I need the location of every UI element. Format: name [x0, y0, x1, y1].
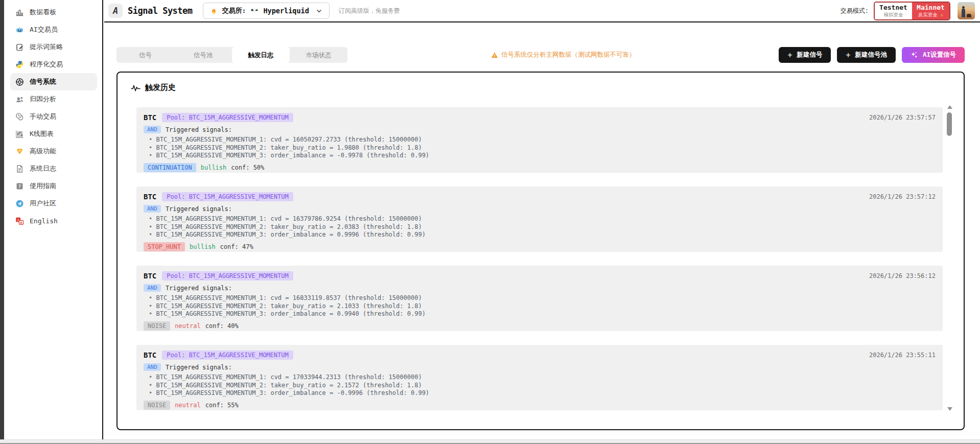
mainnet-button[interactable]: Mainnet 真实资金 ⚠ — [912, 3, 949, 19]
sidebar-item-system-logs[interactable]: 系统日志 — [10, 160, 97, 177]
signal-line: BTC_15M_AGGRESSIVE_MOMENTUM_1: cvd = 163… — [144, 215, 936, 223]
new-signal-button[interactable]: + 新建信号 — [779, 47, 831, 63]
sidebar-item-programmatic-trading[interactable]: 程序化交易 — [10, 56, 97, 73]
network-mode-toggle: Testnet 模拟资金 Mainnet 真实资金 ⚠ — [874, 2, 950, 20]
sidebar-item-dashboard[interactable]: 数据看板 — [10, 4, 97, 21]
sidebar-item-label: 高级功能 — [30, 147, 56, 156]
sidebar-item-english[interactable]: 文A English — [10, 212, 97, 229]
testnet-subtitle: 模拟资金 — [884, 12, 903, 18]
trigger-card: BTC Pool: BTC_15M_AGGRESSIVE_MOMENTUM 20… — [136, 107, 943, 173]
sidebar-item-signal-system[interactable]: 信号系统 — [10, 73, 97, 90]
svg-text:?: ? — [18, 184, 21, 189]
new-signal-label: 新建信号 — [797, 51, 822, 59]
symbol-label: BTC — [144, 272, 156, 280]
classification-badge: NOISE — [144, 401, 170, 410]
pool-badge: Pool: BTC_15M_AGGRESSIVE_MOMENTUM — [162, 192, 293, 201]
trigger-card: BTC Pool: BTC_15M_AGGRESSIVE_MOMENTUM 20… — [136, 345, 943, 410]
robot-icon — [15, 26, 24, 34]
avatar-person-figure — [962, 9, 965, 17]
exchange-selector[interactable]: 交易所: Hyperliquid — [203, 3, 330, 19]
vertical-scrollbar[interactable] — [946, 105, 953, 411]
plus-icon: + — [846, 51, 850, 60]
trigger-card: BTC Pool: BTC_15M_AGGRESSIVE_MOMENTUM 20… — [136, 266, 943, 331]
signal-line: BTC_15M_AGGRESSIVE_MOMENTUM_2: taker_buy… — [144, 302, 936, 311]
sidebar-item-label: AI交易员 — [30, 25, 58, 34]
avatar-dog-figure — [967, 14, 971, 17]
classification-badge: CONTINUATION — [144, 163, 196, 172]
flame-icon — [210, 7, 218, 15]
horizontal-scrollbar[interactable] — [0, 439, 980, 444]
logic-badge: AND — [144, 126, 161, 133]
signal-line: BTC_15M_AGGRESSIVE_MOMENTUM_1: cvd = 160… — [144, 136, 936, 144]
sidebar-item-label: 手动交易 — [30, 112, 56, 121]
sentiment-label: neutral — [175, 322, 201, 330]
symbol-label: BTC — [144, 193, 156, 201]
sidebar-item-label: 使用指南 — [30, 181, 56, 191]
sidebar-item-label: English — [30, 217, 58, 225]
action-buttons: + 新建信号 + 新建信号池 AI设置信号 — [779, 47, 965, 63]
symbol-label: BTC — [144, 351, 156, 359]
card-header-row: BTC Pool: BTC_15M_AGGRESSIVE_MOMENTUM 20… — [144, 271, 936, 281]
card-header-row: BTC Pool: BTC_15M_AGGRESSIVE_MOMENTUM 20… — [144, 113, 936, 122]
trade-mode-label: 交易模式: — [841, 7, 869, 15]
new-signal-pool-label: 新建信号池 — [855, 51, 887, 59]
chevron-down-icon — [316, 8, 322, 14]
sentiment-label: neutral — [175, 402, 201, 409]
confidence-label: conf: 55% — [205, 402, 239, 409]
scrollbar-thumb[interactable] — [947, 112, 952, 136]
sidebar-item-label: K线图表 — [30, 129, 54, 138]
signal-lines: BTC_15M_AGGRESSIVE_MOMENTUM_1: cvd = 163… — [144, 215, 936, 239]
card-classification-row: CONTINUATION bullish conf: 50% — [144, 163, 936, 172]
tab-signal-pools[interactable]: 信号池 — [174, 47, 232, 63]
trigger-card: BTC Pool: BTC_15M_AGGRESSIVE_MOMENTUM 20… — [136, 186, 943, 252]
coins-icon — [15, 112, 24, 121]
notebook-icon — [15, 43, 24, 52]
pool-badge: Pool: BTC_15M_AGGRESSIVE_MOMENTUM — [162, 271, 293, 281]
user-avatar[interactable] — [958, 2, 975, 19]
people-icon — [15, 95, 24, 104]
triggered-signals-heading: Triggered signals: — [166, 285, 232, 292]
sidebar-item-community[interactable]: 用户社区 — [10, 195, 97, 212]
trigger-timestamp: 2026/1/26 23:56:12 — [869, 272, 936, 279]
sidebar-item-user-guide[interactable]: ? 使用指南 — [10, 177, 97, 195]
card-header-row: BTC Pool: BTC_15M_AGGRESSIVE_MOMENTUM 20… — [144, 350, 936, 360]
new-signal-pool-button[interactable]: + 新建信号池 — [837, 47, 896, 63]
sidebar-item-label: 信号系统 — [30, 77, 56, 86]
header: A Signal System 交易所: Hyperliquid 订阅高级版，免… — [104, 0, 980, 22]
sidebar-item-prompt-strategy[interactable]: 提示词策略 — [10, 38, 97, 56]
warning-wrapper: 信号系统仅分析主网数据（测试网数据不可靠） — [347, 51, 779, 59]
sidebar-item-advanced-features[interactable]: 高级功能 — [10, 143, 97, 160]
symbol-label: BTC — [144, 113, 156, 122]
sidebar-item-label: 程序化交易 — [30, 60, 63, 69]
signal-lines: BTC_15M_AGGRESSIVE_MOMENTUM_1: cvd = 168… — [144, 294, 936, 318]
tab-signals[interactable]: 信号 — [116, 47, 174, 63]
telegram-icon — [15, 199, 24, 208]
testnet-button[interactable]: Testnet 模拟资金 — [875, 3, 912, 19]
toolbar: 信号 信号池 触发日志 市场状态 信号系统仅分析主网数据（测试网数据不可靠） +… — [116, 47, 965, 63]
scroll-up-arrow[interactable] — [947, 105, 952, 109]
classification-badge: NOISE — [144, 321, 170, 331]
signal-line: BTC_15M_AGGRESSIVE_MOMENTUM_2: taker_buy… — [144, 144, 936, 152]
sidebar-item-attribution-analysis[interactable]: 归因分析 — [10, 90, 97, 108]
tab-market-state[interactable]: 市场状态 — [290, 47, 347, 63]
signal-line: BTC_15M_AGGRESSIVE_MOMENTUM_1: cvd = 170… — [144, 373, 936, 382]
mainnet-title: Mainnet — [917, 4, 945, 12]
sidebar-item-ai-trader[interactable]: AI交易员 — [10, 21, 97, 38]
sidebar-item-kline-chart[interactable]: K线图表 — [10, 125, 97, 143]
sidebar-nav: 数据看板 AI交易员 提示词策略 程序化交易 信号系统 归因分析 手动交易 K线… — [4, 4, 102, 229]
signal-line: BTC_15M_AGGRESSIVE_MOMENTUM_1: cvd = 168… — [144, 294, 936, 302]
signal-lines: BTC_15M_AGGRESSIVE_MOMENTUM_1: cvd = 170… — [144, 373, 936, 398]
sidebar-item-manual-trading[interactable]: 手动交易 — [10, 108, 97, 125]
hyperliquid-icon — [250, 7, 259, 15]
tab-trigger-log[interactable]: 触发日志 — [232, 47, 290, 63]
ai-setup-signal-button[interactable]: AI设置信号 — [902, 47, 965, 63]
warning-triangle-icon — [491, 52, 498, 59]
signal-line: BTC_15M_AGGRESSIVE_MOMENTUM_2: taker_buy… — [144, 382, 936, 390]
scroll-down-arrow[interactable] — [947, 407, 952, 411]
mainnet-data-warning: 信号系统仅分析主网数据（测试网数据不可靠） — [491, 51, 636, 59]
trigger-timestamp: 2026/1/26 23:55:11 — [869, 352, 936, 359]
sidebar-item-label: 系统日志 — [30, 164, 56, 173]
document-icon — [15, 165, 24, 173]
pool-badge: Pool: BTC_15M_AGGRESSIVE_MOMENTUM — [162, 350, 293, 360]
card-logic-row: AND Triggered signals: — [144, 205, 936, 213]
